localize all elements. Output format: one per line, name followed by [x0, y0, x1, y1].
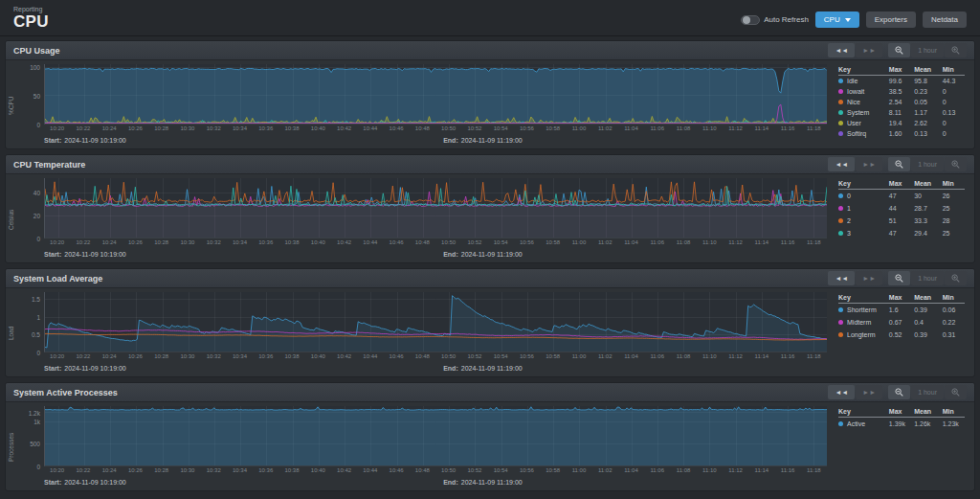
- toggle-track-icon[interactable]: [741, 15, 760, 25]
- zoom-button-group: 1 hour: [888, 43, 967, 57]
- x-tick-label: 10:26: [128, 467, 143, 473]
- zoom-in-button[interactable]: [945, 271, 967, 285]
- legend-rows: Shortterm1.60.390.06Midterm0.670.40.22Lo…: [838, 304, 965, 341]
- legend-row-user[interactable]: User19.42.620: [838, 118, 965, 128]
- x-axis-ticks: 10:2010:2210:2410:2610:2810:3010:3210:34…: [44, 238, 827, 248]
- chart-plot-area[interactable]: [44, 406, 827, 466]
- x-tick-label: 11:12: [728, 239, 743, 245]
- chart-plot-area[interactable]: [44, 292, 827, 352]
- panel-cpu-temperature: CPU Temperature ◄◄ ►► 1 hour: [5, 154, 975, 263]
- legend-row-3[interactable]: 34729.425: [838, 227, 965, 239]
- chart-canvas[interactable]: [45, 292, 827, 352]
- x-tick-label: 10:46: [390, 125, 404, 131]
- legend-row-softirq[interactable]: Softirq1.600.130: [838, 128, 965, 139]
- legend-mean-value: 30: [914, 193, 943, 199]
- x-tick-label: 11:16: [781, 239, 795, 245]
- zoom-out-button[interactable]: [888, 43, 910, 57]
- pan-button-group: ◄◄ ►►: [828, 43, 882, 57]
- legend-row-longterm[interactable]: Longterm0.520.390.31: [838, 329, 965, 341]
- x-tick-label: 11:12: [728, 353, 743, 359]
- chart-canvas[interactable]: [45, 64, 827, 124]
- x-tick-label: 10:42: [337, 467, 351, 473]
- series-color-dot-icon: [838, 231, 843, 236]
- x-tick-label: 11:12: [728, 467, 743, 473]
- series-color-dot-icon: [838, 206, 843, 211]
- time-range-button[interactable]: 1 hour: [911, 43, 944, 57]
- legend-mean-value: 2.62: [914, 120, 943, 126]
- legend-row-2[interactable]: 25133.328: [838, 215, 965, 227]
- chart-canvas[interactable]: [45, 178, 827, 238]
- pan-forward-button[interactable]: ►►: [856, 385, 882, 399]
- x-tick-label: 11:00: [572, 125, 587, 131]
- series-name: Iowait: [847, 88, 864, 95]
- legend-row-nice[interactable]: Nice2.540.050: [838, 97, 965, 107]
- scope-dropdown-button[interactable]: CPU: [815, 11, 859, 28]
- chart-plot-area[interactable]: [44, 64, 827, 125]
- pan-forward-button[interactable]: ►►: [856, 43, 882, 57]
- legend-row-iowait[interactable]: Iowait38.50.230: [838, 86, 965, 97]
- legend-row-system[interactable]: System8.111.170.13: [838, 107, 965, 118]
- zoom-button-group: 1 hour: [888, 271, 967, 285]
- topbar-actions: Auto Refresh CPU Exporters Netdata: [741, 11, 967, 30]
- legend-header-cell: Mean: [914, 66, 943, 73]
- netdata-button[interactable]: Netdata: [923, 11, 967, 28]
- zoom-in-button[interactable]: [945, 43, 967, 57]
- auto-refresh-toggle[interactable]: Auto Refresh: [741, 15, 809, 25]
- legend-row-midterm[interactable]: Midterm0.670.40.22: [838, 316, 965, 329]
- legend-mean-value: 0.05: [914, 99, 943, 105]
- legend-header-cell: Min: [943, 66, 965, 73]
- series-color-dot-icon: [838, 421, 843, 426]
- exporters-button[interactable]: Exporters: [866, 11, 916, 28]
- panel-cpu-usage: CPU Usage ◄◄ ►► 1 hour: [5, 40, 975, 149]
- x-tick-label: 10:34: [233, 125, 247, 131]
- legend-max-value: 1.60: [889, 130, 914, 137]
- zoom-out-button[interactable]: [888, 157, 910, 171]
- x-tick-label: 11:08: [677, 239, 691, 245]
- panel-body: Processes 1.2k1k5000 10:2010:2210:2410:2…: [6, 402, 974, 490]
- legend-mean-value: 0.39: [914, 331, 943, 338]
- x-tick-label: 11:04: [624, 125, 638, 131]
- time-range-button[interactable]: 1 hour: [911, 385, 944, 399]
- y-tick-label: 20: [33, 213, 40, 219]
- legend-mean-value: 95.8: [914, 78, 943, 84]
- pan-back-button[interactable]: ◄◄: [828, 157, 855, 171]
- time-range-button[interactable]: 1 hour: [911, 271, 944, 285]
- magnifier-minus-icon: [895, 46, 903, 55]
- end-time: End:2024-11-09 11:19:00: [443, 251, 523, 258]
- pan-back-button[interactable]: ◄◄: [828, 271, 855, 285]
- zoom-in-button[interactable]: [945, 385, 967, 399]
- x-tick-label: 10:30: [180, 353, 194, 359]
- legend-header-cell: Min: [943, 180, 965, 187]
- series-name: Idle: [847, 78, 858, 84]
- legend-row-0[interactable]: 0473026: [838, 190, 965, 202]
- legend-header-cell: Mean: [914, 408, 943, 415]
- zoom-out-button[interactable]: [888, 271, 910, 285]
- legend-max-value: 1.39k: [889, 420, 914, 427]
- x-tick-label: 10:30: [180, 467, 194, 473]
- legend-max-value: 38.5: [889, 88, 914, 95]
- chart-canvas[interactable]: [45, 406, 827, 465]
- legend-row-1[interactable]: 14428.725: [838, 202, 965, 215]
- legend-header-cell: Min: [943, 408, 965, 415]
- time-range-button[interactable]: 1 hour: [911, 157, 944, 171]
- pan-back-button[interactable]: ◄◄: [828, 385, 855, 399]
- series-color-dot-icon: [838, 307, 843, 312]
- zoom-in-button[interactable]: [945, 157, 967, 171]
- legend-max-value: 51: [889, 217, 914, 224]
- x-tick-label: 10:42: [337, 353, 351, 359]
- x-tick-label: 11:00: [572, 467, 587, 473]
- zoom-out-button[interactable]: [888, 385, 910, 399]
- legend-row-idle[interactable]: Idle99.695.844.3: [838, 76, 965, 86]
- legend-min-value: 0: [943, 99, 965, 105]
- legend-row-active[interactable]: Active1.39k1.26k1.23k: [838, 418, 965, 430]
- legend-header-row: KeyMaxMeanMin: [838, 408, 965, 418]
- panel-system-load-average: System Load Average ◄◄ ►► 1 hour: [5, 268, 975, 377]
- legend-row-shortterm[interactable]: Shortterm1.60.390.06: [838, 304, 965, 316]
- page-heading: Reporting CPU: [13, 6, 49, 30]
- pan-forward-button[interactable]: ►►: [856, 271, 882, 285]
- x-tick-label: 10:20: [50, 353, 64, 359]
- legend-min-value: 28: [943, 217, 965, 224]
- pan-back-button[interactable]: ◄◄: [828, 43, 855, 57]
- pan-forward-button[interactable]: ►►: [856, 157, 882, 171]
- chart-plot-area[interactable]: [44, 178, 827, 238]
